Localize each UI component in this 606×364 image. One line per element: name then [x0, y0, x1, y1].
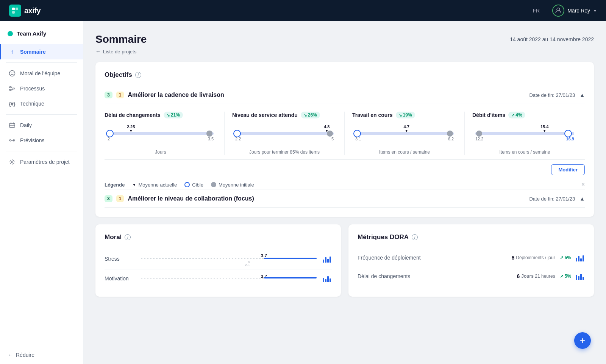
- objective-1-badge2: 1: [116, 92, 124, 98]
- sidebar-item-label: Sommaire: [20, 49, 46, 55]
- dora-frequence-value: 6: [511, 255, 514, 261]
- down-arrow-icon: ↘: [167, 113, 170, 117]
- motivation-label: Motivation: [105, 275, 135, 282]
- sidebar-item-daily[interactable]: Daily: [0, 118, 83, 133]
- user-name: Marc Roy: [567, 8, 590, 14]
- moral-info-icon[interactable]: i: [125, 234, 131, 240]
- logo[interactable]: axify: [9, 5, 41, 17]
- back-link[interactable]: ← Liste de projets: [95, 48, 594, 54]
- language-button[interactable]: FR: [533, 8, 540, 14]
- sidebar-item-moral[interactable]: Moral de l'équipe: [0, 66, 83, 81]
- metric-1-unit: Jours: [155, 149, 166, 155]
- dora-delai-change: 5%: [565, 274, 571, 279]
- dora-frequence-badge: ↗ 5%: [560, 255, 571, 260]
- stress-bar: 3.7 △ 2.1: [141, 253, 317, 264]
- legend-item-cible: Cible: [184, 182, 203, 188]
- metric-travail-cours: Travail en cours ↘ 19% 4.7 ▼: [345, 112, 465, 155]
- previsions-icon: [9, 137, 16, 144]
- sidebar-item-processus[interactable]: Processus: [0, 81, 83, 96]
- dora-frequence-label: Fréquence de déploiement: [358, 255, 511, 261]
- bottom-grid: Moral i Stress 3.7 △ 2.1: [95, 224, 594, 304]
- moral-icon: [9, 70, 16, 77]
- top-navigation: axify FR Marc Roy ▼: [0, 0, 606, 21]
- sommaire-icon: ↑: [9, 48, 16, 55]
- svg-rect-0: [12, 8, 15, 10]
- metric-3-slider: 4.7 ▼ 3.1 6.2: [352, 124, 457, 138]
- metric-3-name: Travail en cours: [352, 112, 393, 118]
- legend-close-button[interactable]: ×: [581, 181, 585, 188]
- sidebar-item-technique[interactable]: {#} Technique: [0, 96, 83, 111]
- metric-4-header: Débit d'items ↗ 4%: [472, 112, 577, 118]
- down-arrow-2-icon: ↘: [304, 113, 307, 117]
- legend-circle-blue-icon: [184, 182, 190, 187]
- user-menu[interactable]: Marc Roy ▼: [552, 5, 597, 17]
- dora-up-arrow-2-icon: ↗: [560, 274, 564, 279]
- sidebar-item-label: Paramètres de projet: [20, 159, 70, 165]
- parametres-icon: [9, 159, 16, 165]
- sidebar-item-parametres[interactable]: Paramètres de projet: [0, 154, 83, 170]
- stress-chart-icon[interactable]: [323, 255, 332, 263]
- objective-1-end-date: Date de fin: 27/01/23: [529, 92, 575, 98]
- modify-button[interactable]: Modifier: [551, 164, 585, 175]
- motivation-chart-icon[interactable]: [323, 275, 332, 282]
- svg-rect-2: [12, 11, 15, 14]
- metric-4-unit: Items en cours / semaine: [499, 149, 550, 155]
- dora-item-frequence: Fréquence de déploiement 6 Déploiements …: [358, 249, 585, 267]
- objective-2-header[interactable]: 3 1 Améliorer le niveau de collaboration…: [105, 190, 585, 208]
- reduce-arrow-icon: ←: [8, 352, 13, 358]
- objectifs-label: Objectifs: [105, 71, 132, 79]
- objective-1-title: Améliorer la cadence de livraison: [128, 92, 224, 98]
- svg-point-13: [11, 161, 13, 163]
- dora-delai-unit-bold: Jours: [521, 274, 534, 279]
- up-arrow-icon: ↗: [511, 113, 514, 117]
- sidebar-item-label: Moral de l'équipe: [20, 70, 60, 76]
- objective-1-header[interactable]: 3 1 Améliorer la cadence de livraison Da…: [105, 86, 585, 104]
- user-chevron-icon: ▼: [593, 9, 597, 13]
- fab-add-button[interactable]: +: [574, 332, 591, 349]
- sidebar-nav: ↑ Sommaire Moral de l'équipe Processus {…: [0, 44, 83, 170]
- metric-4-name: Débit d'items: [472, 112, 505, 118]
- svg-point-6: [13, 73, 14, 73]
- moral-title: Moral i: [105, 233, 332, 241]
- reduce-button[interactable]: ← Réduire: [8, 352, 34, 358]
- svg-point-5: [11, 73, 12, 73]
- stress-label: Stress: [105, 256, 135, 262]
- metric-2-slider: 4.8 ▼ 2.2 5: [232, 124, 337, 138]
- dora-frequence-chart-icon[interactable]: [576, 254, 585, 261]
- metrics-grid: Délai de changements ↘ 21% 2.25 ▼: [105, 104, 585, 160]
- logo-icon: [9, 5, 21, 17]
- legend-initiale-text: Moyenne initiale: [219, 182, 254, 188]
- metric-debit-items: Débit d'items ↗ 4% 15.4 ▼: [465, 112, 585, 155]
- dora-delai-chart-icon[interactable]: [576, 272, 585, 280]
- sidebar-item-previsions[interactable]: Prévisions: [0, 133, 83, 148]
- metric-2-name: Niveau de service attendu: [232, 112, 298, 118]
- metric-4-badge: ↗ 4%: [508, 112, 525, 118]
- dora-delai-unit-extra: 21 heures: [535, 274, 555, 279]
- svg-rect-7: [9, 87, 11, 88]
- legend-cible-text: Cible: [192, 182, 203, 188]
- metric-2-unit: Jours pour terminer 85% des items: [249, 149, 320, 155]
- fab-plus-icon: +: [580, 335, 585, 346]
- main-content: Sommaire 14 août 2022 au 14 novembre 202…: [83, 21, 606, 364]
- objective-2-chevron-icon[interactable]: ▲: [579, 196, 585, 202]
- sidebar-item-sommaire[interactable]: ↑ Sommaire: [0, 44, 83, 59]
- metric-2-header: Niveau de service attendu ↘ 26%: [232, 112, 337, 118]
- dora-label: Métriques DORA: [358, 233, 409, 241]
- modify-row: Modifier: [105, 160, 585, 177]
- nav-separator-2: [6, 114, 77, 115]
- topnav-right: FR Marc Roy ▼: [533, 5, 597, 17]
- objectifs-info-icon[interactable]: i: [135, 72, 141, 78]
- sidebar-item-label: Processus: [20, 86, 45, 92]
- sidebar: Team Axify ↑ Sommaire Moral de l'équipe …: [0, 21, 83, 364]
- metric-4-change: 4%: [515, 112, 522, 118]
- metric-3-unit: Items en cours / semaine: [379, 149, 430, 155]
- nav-divider: [546, 5, 546, 16]
- dora-info-icon[interactable]: i: [412, 234, 418, 240]
- objective-1-chevron-icon[interactable]: ▲: [579, 92, 585, 98]
- moral-stress-item: Stress 3.7 △ 2.1: [105, 249, 332, 269]
- metric-3-badge: ↘ 19%: [396, 112, 415, 118]
- daily-icon: [9, 122, 16, 129]
- metric-delai-changements: Délai de changements ↘ 21% 2.25 ▼: [105, 112, 225, 155]
- reduce-label: Réduire: [16, 352, 34, 358]
- down-arrow-3-icon: ↘: [399, 113, 402, 117]
